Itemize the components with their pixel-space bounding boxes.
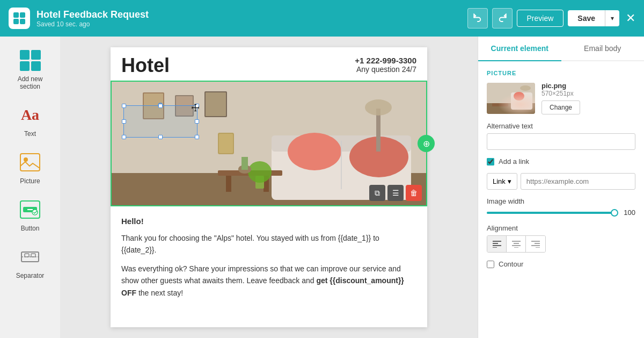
sidebar-item-label-picture: Picture <box>20 177 40 185</box>
saved-status: Saved 10 sec. ago <box>36 20 461 28</box>
width-slider-fill <box>487 212 615 214</box>
picture-section-label: PICTURE <box>487 70 635 76</box>
alt-text-label: Alternative text <box>487 122 635 130</box>
svg-rect-40 <box>511 92 532 110</box>
svg-rect-0 <box>13 12 19 18</box>
email-paragraph1: Thank you for choosing the "Alps" hotel.… <box>121 232 416 256</box>
sidebar-item-label-button: Button <box>21 225 40 232</box>
app-logo <box>9 8 30 29</box>
svg-rect-12 <box>25 254 29 257</box>
page-title: Hotel Feedback Request <box>36 9 461 20</box>
contact-info: +1 222-999-3300 Any question 24/7 <box>355 56 416 74</box>
undo-button[interactable] <box>467 8 488 28</box>
text-icon: Aa <box>18 103 42 127</box>
alt-text-row: Alternative text <box>487 122 635 150</box>
resize-handle-bm[interactable] <box>158 135 163 139</box>
sidebar-item-label-add-section: Add new section <box>9 75 51 90</box>
image-actions: ⧉ ☰ 🗑 <box>369 185 422 201</box>
header-actions: Preview Save ▾ ✕ <box>467 8 636 28</box>
tab-current-element[interactable]: Current element <box>478 37 561 61</box>
sidebar-item-button[interactable]: Button <box>6 192 54 238</box>
svg-point-43 <box>520 85 531 91</box>
picture-icon <box>18 150 42 174</box>
sidebar-item-separator[interactable]: Separator <box>6 240 54 285</box>
button-icon <box>18 198 42 221</box>
link-type-label: Link <box>493 177 506 185</box>
save-button[interactable]: Save <box>568 10 605 26</box>
email-frame: Hotel +1 222-999-3300 Any question 24/7 <box>111 47 427 327</box>
width-slider-track[interactable] <box>487 212 615 214</box>
tab-email-body[interactable]: Email body <box>561 37 645 61</box>
left-sidebar: Add new section Aa Text Picture <box>0 37 60 338</box>
alignment-buttons <box>487 235 546 253</box>
phone-number: +1 222-999-3300 <box>355 56 416 65</box>
preview-button[interactable]: Preview <box>517 10 564 27</box>
align-right-button[interactable] <box>526 236 545 252</box>
picture-info: pic.png 570×251px Change <box>541 82 580 114</box>
svg-point-41 <box>514 92 524 100</box>
svg-point-5 <box>24 157 28 162</box>
header: Hotel Feedback Request Saved 10 sec. ago… <box>0 0 644 37</box>
resize-handle-ml[interactable] <box>122 119 126 124</box>
svg-rect-13 <box>31 254 35 257</box>
svg-rect-30 <box>226 176 231 192</box>
email-paragraph2: Was everything ok? Share your impression… <box>121 263 416 299</box>
redo-button[interactable] <box>492 8 513 28</box>
svg-rect-22 <box>219 134 233 153</box>
image-settings-button[interactable]: ☰ <box>387 185 404 201</box>
add-link-checkbox[interactable] <box>487 158 494 166</box>
picture-preview-row: pic.png 570×251px Change <box>487 82 635 114</box>
support-text: Any question 24/7 <box>355 65 416 74</box>
svg-rect-2 <box>13 19 19 24</box>
align-center-button[interactable] <box>507 236 526 252</box>
add-link-label: Add a link <box>499 157 529 166</box>
picture-thumbnail <box>487 83 535 114</box>
image-delete-button[interactable]: 🗑 <box>406 185 422 201</box>
save-group: Save ▾ <box>568 10 619 26</box>
change-picture-button[interactable]: Change <box>541 100 580 114</box>
add-link-row: Add a link <box>487 157 635 166</box>
email-body-text: Hello! Thank you for choosing the "Alps"… <box>111 206 427 314</box>
svg-point-9 <box>32 210 38 215</box>
cursor-indicator: ☩ <box>191 102 200 114</box>
svg-rect-20 <box>206 92 226 116</box>
svg-point-26 <box>288 133 341 170</box>
email-paragraph2-end: the next stay! <box>138 289 183 297</box>
email-greeting: Hello! <box>121 215 416 228</box>
resize-handle-bl[interactable] <box>122 135 126 139</box>
resize-handle-tm[interactable] <box>158 104 163 108</box>
svg-rect-38 <box>487 83 535 114</box>
width-value: 100 <box>619 208 635 217</box>
link-type-chevron: ▾ <box>508 177 511 185</box>
drag-handle[interactable]: ⊕ <box>418 135 435 152</box>
svg-rect-37 <box>241 157 248 170</box>
resize-handle-tl[interactable] <box>122 104 126 108</box>
add-section-icon <box>18 48 42 72</box>
width-slider-thumb[interactable] <box>611 209 618 217</box>
close-button[interactable]: ✕ <box>626 11 635 25</box>
save-dropdown-button[interactable]: ▾ <box>605 10 619 26</box>
hotel-title: Hotel <box>121 56 170 75</box>
link-row: Link ▾ <box>487 173 635 190</box>
image-clone-button[interactable]: ⧉ <box>369 185 385 201</box>
alt-text-input[interactable] <box>487 133 635 150</box>
alignment-row: Alignment <box>487 224 635 253</box>
image-selection-box[interactable] <box>123 105 197 138</box>
email-image-section[interactable]: ☩ ⊕ ⧉ ☰ 🗑 <box>111 81 427 206</box>
image-width-row: Image width 100 <box>487 197 635 217</box>
svg-rect-3 <box>20 19 25 24</box>
sidebar-item-text[interactable]: Aa Text <box>6 98 54 143</box>
resize-handle-mr[interactable] <box>195 119 199 124</box>
link-type-button[interactable]: Link ▾ <box>487 173 517 190</box>
url-input[interactable] <box>521 173 635 190</box>
resize-handle-br[interactable] <box>195 135 199 139</box>
right-panel-content: PICTURE pic.png 570×251px Change <box>478 61 644 338</box>
sidebar-item-add-section[interactable]: Add new section <box>6 43 54 96</box>
title-block: Hotel Feedback Request Saved 10 sec. ago <box>36 9 461 28</box>
width-control: 100 <box>487 208 635 217</box>
sidebar-item-picture[interactable]: Picture <box>6 145 54 190</box>
picture-filename: pic.png <box>541 82 580 90</box>
contour-checkbox[interactable] <box>487 261 494 268</box>
right-panel-tabs: Current element Email body <box>478 37 644 61</box>
align-left-button[interactable] <box>487 236 507 252</box>
